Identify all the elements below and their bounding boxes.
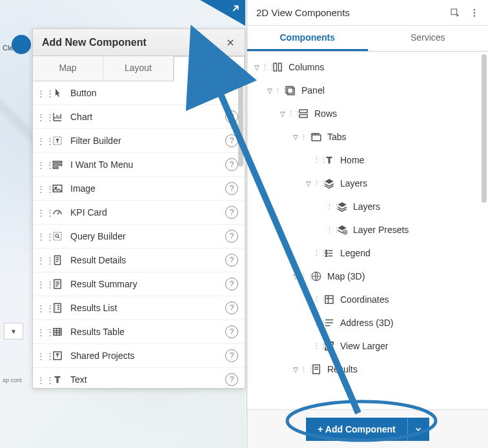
expand-toggle[interactable]: ▽ — [291, 134, 300, 141]
tree-label: Layers — [340, 178, 367, 188]
help-icon[interactable]: ? — [225, 254, 238, 267]
component-label: Image — [70, 183, 225, 194]
drag-handle-icon[interactable]: ⋮⋮ — [326, 203, 332, 211]
svg-rect-1 — [53, 161, 62, 163]
tab-map[interactable]: Map — [33, 56, 103, 81]
component-item-filter-builder[interactable]: ⋮⋮Filter Builder? — [33, 129, 245, 153]
map-dropdown[interactable]: ▼ — [4, 323, 23, 340]
drag-handle-icon[interactable]: ⋮⋮ — [313, 179, 320, 188]
tree-item-layers[interactable]: ▽⋮⋮Layers — [252, 172, 485, 195]
drag-handle-icon[interactable]: ⋮⋮ — [37, 256, 45, 265]
tree-item-home[interactable]: ⋮⋮Home — [252, 148, 485, 172]
tree-item-map-3d-[interactable]: ▽⋮⋮Map (3D) — [252, 265, 485, 288]
tree-item-tabs[interactable]: ▽⋮⋮Tabs — [252, 125, 485, 148]
view-components-panel: 2D View Components Components Services ▽… — [247, 0, 488, 448]
drag-handle-icon[interactable]: ⋮⋮ — [37, 303, 45, 313]
tree-item-panel[interactable]: ▽⋮⋮Panel — [252, 79, 485, 102]
tree-label: View Larger — [340, 341, 388, 351]
drag-handle-icon[interactable]: ⋮⋮ — [37, 88, 45, 98]
component-list[interactable]: ⋮⋮Button⋮⋮Chart?⋮⋮Filter Builder?⋮⋮I Wan… — [33, 81, 245, 388]
tree-item-columns[interactable]: ▽⋮⋮Columns — [252, 56, 485, 79]
help-icon[interactable]: ? — [225, 278, 238, 290]
tab-other[interactable]: Other — [174, 56, 245, 81]
drag-handle-icon[interactable]: ⋮⋮ — [37, 280, 45, 289]
component-item-result-details[interactable]: ⋮⋮Result Details? — [33, 249, 245, 272]
drag-handle-icon[interactable]: ⋮⋮ — [37, 327, 45, 337]
component-item-results-list[interactable]: ⋮⋮Results List? — [33, 296, 245, 320]
results-icon — [309, 362, 323, 376]
scrollbar[interactable] — [238, 83, 243, 167]
component-item-shared-projects[interactable]: ⋮⋮Shared Projects? — [33, 344, 245, 368]
component-label: Text — [70, 374, 225, 385]
drag-handle-icon[interactable]: ⋮⋮ — [37, 375, 45, 385]
component-label: Shared Projects — [70, 351, 225, 361]
drag-handle-icon[interactable]: ⋮⋮ — [287, 110, 294, 118]
drag-handle-icon[interactable]: ⋮⋮ — [37, 160, 45, 170]
drag-handle-icon[interactable]: ⋮⋮ — [313, 342, 320, 351]
drag-handle-icon[interactable]: ⋮⋮ — [300, 272, 307, 281]
expand-toggle[interactable]: ▽ — [304, 180, 313, 187]
component-item-results-table[interactable]: ⋮⋮Results Table? — [33, 320, 245, 344]
tree-label: Panel — [301, 85, 325, 96]
component-item-image[interactable]: ⋮⋮Image? — [33, 177, 245, 201]
help-icon[interactable]: ? — [225, 182, 238, 195]
help-icon[interactable]: ? — [225, 110, 238, 123]
help-icon[interactable]: ? — [225, 349, 238, 362]
expand-toggle[interactable]: ▽ — [278, 110, 287, 117]
component-item-result-summary[interactable]: ⋮⋮Result Summary? — [33, 272, 245, 296]
drag-handle-icon[interactable]: ⋮⋮ — [37, 136, 45, 146]
component-item-text[interactable]: ⋮⋮Text? — [33, 368, 245, 388]
help-icon[interactable]: ? — [225, 206, 238, 219]
help-icon[interactable]: ? — [225, 301, 238, 314]
expand-toggle[interactable]: ▽ — [265, 87, 274, 94]
drag-handle-icon[interactable]: ⋮⋮ — [313, 249, 320, 258]
expand-toggle[interactable]: ▽ — [291, 273, 300, 280]
component-tree[interactable]: ▽⋮⋮Columns▽⋮⋮Panel▽⋮⋮Rows▽⋮⋮Tabs⋮⋮Home▽⋮… — [247, 52, 488, 409]
drag-handle-icon[interactable]: ⋮⋮ — [261, 63, 268, 72]
tab-services[interactable]: Services — [368, 26, 489, 51]
help-icon[interactable]: ? — [225, 373, 238, 386]
tree-item-legend[interactable]: ⋮⋮Legend — [252, 241, 485, 265]
expand-toggle[interactable]: ▽ — [252, 64, 261, 71]
tree-item-layer-presets[interactable]: ⋮⋮Layer Presets — [252, 218, 485, 241]
component-item-chart[interactable]: ⋮⋮Chart? — [33, 105, 245, 129]
drag-handle-icon[interactable]: ⋮⋮ — [37, 351, 45, 361]
component-item-button[interactable]: ⋮⋮Button — [33, 81, 245, 105]
help-icon[interactable]: ? — [225, 134, 238, 147]
drag-handle-icon[interactable]: ⋮⋮ — [37, 232, 45, 241]
component-item-kpi-card[interactable]: ⋮⋮KPI Card? — [33, 201, 245, 225]
drag-handle-icon[interactable]: ⋮⋮ — [313, 296, 320, 304]
tree-item-coordinates[interactable]: ⋮⋮Coordinates — [252, 288, 485, 311]
tree-item-view-larger[interactable]: ⋮⋮View Larger — [252, 334, 485, 358]
add-component-button[interactable]: + Add Component — [306, 418, 407, 441]
tab-components[interactable]: Components — [247, 26, 368, 51]
tree-item-address-3d-[interactable]: ⋮⋮Address (3D) — [252, 311, 485, 334]
component-item-i-want-to-menu[interactable]: ⋮⋮I Want To Menu? — [33, 153, 245, 177]
help-icon[interactable]: ? — [225, 230, 238, 243]
add-panel-tabs: Map Layout Other — [33, 56, 245, 81]
select-mode-button[interactable] — [448, 6, 462, 20]
drag-handle-icon[interactable]: ⋮⋮ — [300, 133, 307, 141]
drag-handle-icon[interactable]: ⋮⋮ — [37, 184, 45, 194]
select-icon — [450, 8, 460, 18]
expand-toggle[interactable]: ▽ — [291, 366, 300, 373]
drag-handle-icon[interactable]: ⋮⋮ — [274, 87, 281, 95]
help-icon[interactable]: ? — [225, 325, 238, 338]
close-button[interactable] — [223, 35, 238, 50]
help-icon[interactable]: ? — [225, 158, 238, 171]
drag-handle-icon[interactable]: ⋮⋮ — [37, 112, 45, 122]
component-item-query-builder[interactable]: ⋮⋮Query Builder? — [33, 225, 245, 249]
drag-handle-icon[interactable]: ⋮⋮ — [326, 226, 332, 234]
tree-scrollbar[interactable] — [482, 54, 487, 203]
tree-item-layers[interactable]: ⋮⋮Layers — [252, 195, 485, 218]
more-button[interactable] — [467, 6, 482, 20]
tree-item-rows[interactable]: ▽⋮⋮Rows — [252, 102, 485, 125]
tree-item-results[interactable]: ▽⋮⋮Results — [252, 358, 485, 381]
expand-icon — [322, 339, 336, 353]
drag-handle-icon[interactable]: ⋮⋮ — [313, 319, 320, 327]
drag-handle-icon[interactable]: ⋮⋮ — [300, 365, 307, 374]
add-component-dropdown[interactable] — [407, 418, 429, 441]
drag-handle-icon[interactable]: ⋮⋮ — [37, 208, 45, 218]
drag-handle-icon[interactable]: ⋮⋮ — [313, 156, 320, 165]
tab-layout[interactable]: Layout — [103, 56, 174, 81]
